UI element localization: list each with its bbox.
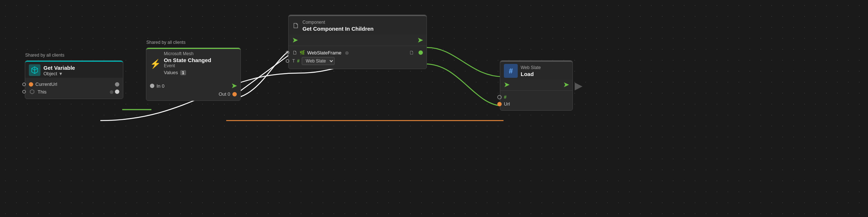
type-label: Object [43, 71, 57, 76]
cube-small-icon [29, 88, 35, 95]
wsf-doc-icon: 🗋 [292, 50, 297, 56]
dropdown-arrow: ▼ [59, 71, 63, 76]
url-in-pin[interactable] [497, 102, 502, 106]
web-slate-frame-row: 🗋 🌿 WebSlateFrame ◎ 🗋 [292, 50, 423, 56]
microsoft-mesh-node: Shared by all clients ⚡ Microsoft Mesh O… [146, 47, 241, 101]
this-row: This ◎ [29, 88, 119, 95]
mesh-type-label: Microsoft Mesh [164, 51, 211, 56]
values-badge: 1 [180, 70, 186, 75]
node-body-component: 🗋 🌿 WebSlateFrame ◎ 🗋 T # Web Slate [289, 46, 427, 69]
wsl-exec-out: ➤ [563, 81, 569, 89]
url-row: Url [504, 101, 569, 107]
get-variable-node: Shared by all clients Get Variable Objec… [25, 60, 123, 99]
shared-label-1: Shared by all clients [25, 53, 64, 58]
wsf-in-pin[interactable] [286, 51, 289, 54]
url-label: Url [504, 101, 510, 107]
hash-icon: # [297, 58, 300, 64]
mesh-subtitle: Event [164, 63, 211, 68]
node-body-mesh: In 0 ➤ Out 0 [146, 78, 240, 100]
t-label: T [292, 58, 295, 64]
node-title-get-variable: Get Variable [43, 65, 75, 71]
web-slate-load-node: # Web Slate Load ➤ ➤ # Url ▶ [500, 60, 573, 111]
web-slate-dropdown[interactable]: Web Slate [302, 57, 335, 65]
in0-pin[interactable] [150, 84, 154, 88]
get-component-node: 🗋 Component Get Component In Children ➤ … [288, 15, 427, 69]
this-out-pin[interactable] [115, 90, 119, 94]
in0-row: In 0 ➤ [150, 82, 237, 90]
values-row: Values 1 [164, 70, 211, 75]
current-url-pin[interactable] [29, 82, 33, 87]
in0-label: In 0 [157, 83, 165, 89]
wsf-out-pin[interactable] [418, 50, 423, 55]
node-header-component: 🗋 Component Get Component In Children [289, 15, 427, 35]
wsl-title: Load [521, 71, 541, 77]
mesh-title: On State Changed [164, 57, 211, 63]
type-dropdown[interactable]: Object ▼ [43, 71, 75, 76]
execute-out-arrow: ▶ [575, 80, 583, 92]
hash-blue-icon: # [504, 64, 518, 78]
this-label: This [38, 89, 47, 95]
doc-icon-right: 🗋 [409, 50, 414, 56]
web-slate-row: T # Web Slate [292, 57, 423, 65]
current-url-row: CurrentUrl [29, 81, 119, 87]
out0-pin[interactable] [232, 92, 237, 96]
exec-row: ➤ ➤ [289, 35, 427, 46]
exec-arrow-right: ➤ [231, 82, 237, 90]
bolt-icon: ⚡ [150, 59, 161, 69]
wsl-type-label: Web Slate [521, 65, 541, 70]
ws-in-pin[interactable] [286, 59, 289, 63]
cube-icon [29, 64, 40, 76]
wsf-tree-icon: 🌿 [300, 50, 305, 55]
exec-in-arrow: ➤ [292, 36, 298, 44]
wsl-exec-in: ➤ [504, 81, 509, 89]
current-url-in-pin[interactable] [22, 83, 26, 86]
hash-in-pin[interactable] [497, 95, 502, 99]
wsl-body: # Url [500, 91, 572, 110]
exec-out-arrow: ➤ [417, 36, 423, 44]
current-url-label: CurrentUrl [35, 81, 57, 87]
hash-pin-label: # [504, 94, 506, 100]
current-url-out-pin[interactable] [115, 82, 119, 87]
node-header-wsl: # Web Slate Load [500, 61, 572, 79]
wsf-target-icon: ◎ [345, 50, 349, 55]
out0-label: Out 0 [219, 91, 230, 97]
this-target-icon: ◎ [110, 90, 113, 94]
wsf-label: WebSlateFrame [307, 50, 342, 56]
wsl-exec-row: ➤ ➤ [500, 79, 572, 91]
this-in-pin[interactable] [22, 90, 26, 94]
node-body-get-variable: CurrentUrl This ◎ [25, 78, 123, 99]
shared-label-2: Shared by all clients [146, 40, 185, 45]
out0-row: Out 0 [150, 91, 237, 97]
component-type-label: Component [302, 20, 374, 25]
doc-icon: 🗋 [292, 22, 300, 30]
component-title: Get Component In Children [302, 26, 374, 32]
node-header-mesh: ⚡ Microsoft Mesh On State Changed Event … [146, 48, 240, 78]
hash-row: # [504, 94, 569, 100]
values-label: Values [164, 70, 178, 75]
node-header-get-variable: Get Variable Object ▼ [25, 61, 123, 78]
